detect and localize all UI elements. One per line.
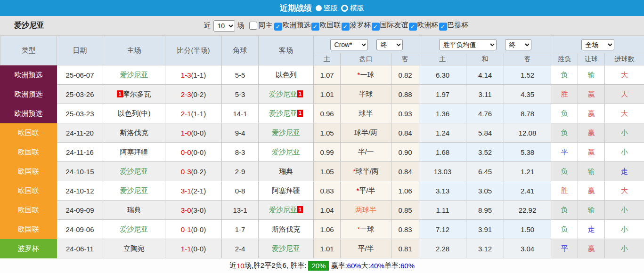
home-team-cell: 爱沙尼亚 — [103, 162, 165, 181]
scope-select[interactable]: 全场 — [581, 39, 614, 50]
full-score: 0-1 — [181, 225, 191, 233]
competition-checkbox[interactable]: ✓ — [311, 23, 319, 31]
handicap-label: 两球半 — [355, 206, 376, 214]
handicap-cell: 平/半 — [341, 239, 391, 258]
score-cell: 0-0(0-0) — [165, 143, 222, 162]
away-team-cell: 瑞典 — [259, 162, 314, 181]
away-odds-cell: 1.06 — [391, 181, 419, 201]
goals-cell: 小 — [605, 239, 644, 258]
full-score: 1-0 — [181, 129, 191, 137]
recent-suffix-label: 场 — [237, 21, 245, 30]
half-score: (3-0) — [191, 206, 206, 214]
corner-cell: 13-1 — [222, 201, 259, 220]
handicap-result-cell: 赢 — [578, 239, 605, 258]
mean-type-select[interactable]: 胜平负均值 — [439, 39, 497, 50]
radio-selected-icon[interactable] — [316, 5, 322, 11]
competition-label: 巴提杯 — [448, 21, 469, 29]
mean-draw-cell: 4.76 — [466, 104, 504, 123]
layout-radio-selected[interactable]: 竖版 — [316, 4, 338, 13]
col-header-score: 比分(半场) — [165, 36, 222, 65]
layout-radio-option[interactable]: 横版 — [341, 4, 364, 13]
col-header-away: 客场 — [259, 36, 314, 65]
competition-filter: ✓欧国联 — [311, 21, 341, 29]
mean-draw-cell: 3.91 — [466, 220, 504, 239]
competition-checkbox[interactable]: ✓ — [372, 23, 380, 31]
col-header-home: 主场 — [103, 36, 165, 65]
mean-home-cell: 6.30 — [419, 65, 466, 85]
competition-filter: ✓波罗杯 — [341, 21, 371, 29]
col-header-corner: 角球 — [222, 36, 259, 65]
scope-select-group: 全场 — [551, 36, 644, 53]
mean-draw-cell: 5.84 — [466, 123, 504, 143]
match-row: 欧国联24-09-09瑞典3-0(3-0)13-1爱沙尼亚11.04两球半0.8… — [0, 201, 644, 220]
radio-unselected-icon[interactable] — [341, 5, 348, 12]
subheader-result: 胜负 — [551, 53, 578, 65]
type-cell: 波罗杯 — [0, 239, 57, 258]
mean-select-group: 胜平负均值 终 — [419, 36, 551, 53]
home-odds-cell: 1.07 — [314, 65, 341, 85]
mean-stage-select[interactable]: 终 — [505, 39, 531, 50]
handicap-label: 平/半 — [358, 244, 374, 252]
odds-stage-select[interactable]: 终 — [376, 39, 403, 50]
goals-cell: 小 — [605, 220, 644, 239]
team-label: 爱沙尼亚 — [120, 225, 148, 233]
mean-home-cell: 2.28 — [419, 239, 466, 258]
result-cell: 负 — [551, 104, 578, 123]
summary-part: 场,胜2平2负6, 胜率: — [245, 261, 307, 270]
result-cell: 负 — [551, 123, 578, 143]
corner-cell: 5-5 — [222, 65, 259, 85]
team-label: 以色列(中) — [118, 109, 151, 117]
handicap-label: 球半 — [359, 109, 373, 117]
mean-away-cell: 8.78 — [504, 104, 551, 123]
result-cell: 负 — [551, 201, 578, 220]
away-team-cell: 爱沙尼亚1 — [259, 85, 314, 104]
away-team-cell: 爱沙尼亚 — [259, 123, 314, 143]
handicap-label: 半球 — [359, 90, 373, 98]
team-label: 斯洛伐克 — [272, 225, 300, 233]
mean-away-cell: 5.38 — [504, 143, 551, 162]
home-odds-cell: 1.05 — [314, 162, 341, 181]
team-label: 爱沙尼亚 — [269, 109, 297, 117]
handicap-label: 球半/两 — [354, 128, 377, 136]
corner-cell: 2-9 — [222, 162, 259, 181]
mean-home-cell: 1.24 — [419, 123, 466, 143]
same-home-checkbox[interactable] — [249, 22, 257, 30]
handicap-label: 一球 — [360, 225, 374, 233]
away-team-cell: 爱沙尼亚1 — [259, 104, 314, 123]
handicap-label: 平/半 — [359, 186, 375, 194]
mean-away-cell: 4.35 — [504, 85, 551, 104]
home-team-cell: 爱沙尼亚 — [103, 65, 165, 85]
date-cell: 25-03-26 — [57, 85, 103, 104]
goals-cell: 大 — [605, 104, 644, 123]
subheader-odds-away: 客 — [391, 53, 419, 65]
competition-checkbox[interactable]: ✓ — [409, 23, 417, 31]
goals-cell: 大 — [605, 181, 644, 201]
competition-label: 欧洲预选 — [283, 21, 311, 29]
score-cell: 1-0(0-0) — [165, 123, 222, 143]
filter-bar: 爱沙尼亚 近 10 场 同主 ✓欧洲预选✓欧国联✓波罗杯✓国际友谊✓欧洲杯✓巴提… — [0, 16, 644, 36]
team-name: 爱沙尼亚 — [14, 21, 44, 31]
full-score: 3-1 — [181, 187, 191, 195]
summary-part: 40% — [370, 262, 384, 270]
odds-company-select[interactable]: Crow* — [330, 39, 368, 50]
match-row: 欧洲预选25-06-07爱沙尼亚1-3(1-1)5-5以色列1.07*一球0.8… — [0, 65, 644, 85]
away-team-cell: 斯洛伐克 — [259, 220, 314, 239]
match-row: 欧洲预选25-03-261摩尔多瓦2-3(0-2)5-3爱沙尼亚11.01半球0… — [0, 85, 644, 104]
mean-home-cell: 1.68 — [419, 143, 466, 162]
recent-count-select[interactable]: 10 — [213, 20, 235, 32]
home-team-cell: 爱沙尼亚 — [103, 181, 165, 201]
subheader-handicap-result: 让球 — [578, 53, 605, 65]
away-odds-cell: 0.88 — [391, 85, 419, 104]
layout-radio-label: 竖版 — [324, 4, 338, 13]
home-odds-cell: 1.01 — [314, 239, 341, 258]
competition-checkbox[interactable]: ✓ — [439, 23, 447, 31]
handicap-result-cell: 输 — [578, 162, 605, 181]
competition-checkbox[interactable]: ✓ — [274, 23, 282, 31]
competition-label: 波罗杯 — [350, 21, 371, 29]
away-team-cell: 爱沙尼亚 — [259, 239, 314, 258]
mean-away-cell: 1.52 — [504, 65, 551, 85]
home-odds-cell: 0.99 — [314, 143, 341, 162]
subheader-mean-draw: 和 — [466, 53, 504, 65]
away-rank-badge: 1 — [297, 206, 303, 213]
competition-checkbox[interactable]: ✓ — [342, 23, 350, 31]
